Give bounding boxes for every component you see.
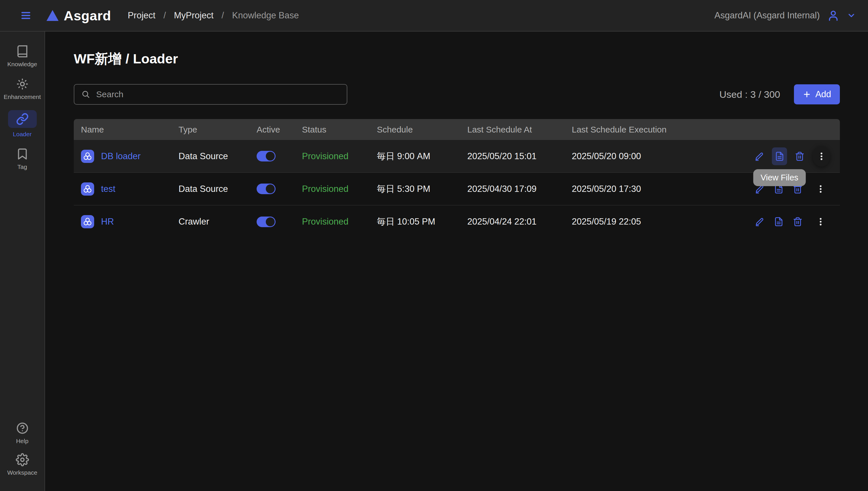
loader-type-icon	[81, 150, 94, 163]
active-toggle[interactable]	[256, 183, 276, 194]
status-badge: Provisioned	[302, 151, 377, 162]
loader-name-cell: DB loader	[81, 150, 179, 163]
loader-type: Data Source	[179, 151, 256, 162]
breadcrumb-separator: /	[222, 10, 224, 21]
last-schedule-execution: 2025/05/20 09:00	[572, 151, 754, 162]
file-icon[interactable]	[773, 215, 785, 228]
column-header-last-schedule-execution: Last Schedule Execution	[572, 125, 754, 135]
breadcrumb-item-knowledge-base: Knowledge Base	[232, 10, 299, 21]
kebab-menu-icon[interactable]	[814, 183, 827, 195]
loader-type: Data Source	[179, 184, 256, 194]
asgard-logo-icon	[46, 9, 59, 22]
row-actions: View Files	[754, 140, 840, 172]
main-content: WF新增 / Loader Used : 3 / 300 Add	[45, 32, 868, 491]
bookmark-icon	[16, 147, 29, 161]
column-header-type: Type	[179, 125, 256, 135]
sidebar-item-label: Knowledge	[7, 61, 37, 68]
sidebar-item-label: Workspace	[7, 469, 37, 476]
table-row: DB loader Data Source Provisioned 毎日 9:0…	[74, 140, 840, 173]
search-icon	[81, 90, 90, 99]
gear-icon	[16, 453, 29, 466]
sidebar-item-label: Tag	[18, 164, 27, 170]
sidebar-item-loader[interactable]: Loader	[0, 110, 45, 138]
layout: Knowledge Enhancement Loader	[0, 32, 868, 491]
sidebar: Knowledge Enhancement Loader	[0, 32, 45, 491]
view-files-tooltip: View Files	[753, 169, 806, 186]
column-header-last-schedule-at: Last Schedule At	[467, 125, 572, 135]
pencil-icon[interactable]	[754, 215, 765, 228]
book-icon	[16, 45, 29, 58]
schedule: 毎日 10:05 PM	[377, 216, 467, 228]
toggle-knob	[266, 184, 275, 193]
table-row: HR Crawler Provisioned 毎日 10:05 PM 2025/…	[74, 205, 840, 238]
column-header-active: Active	[256, 125, 302, 135]
sidebar-item-label: Enhancement	[4, 93, 41, 100]
menu-icon[interactable]	[19, 9, 33, 22]
toggle-knob	[266, 218, 275, 226]
user-icon[interactable]	[827, 9, 839, 22]
search-box[interactable]	[74, 84, 347, 105]
chevron-down-icon[interactable]	[847, 11, 856, 20]
sidebar-item-label: Loader	[13, 131, 32, 138]
sidebar-item-enhancement[interactable]: Enhancement	[0, 78, 45, 100]
plus-icon	[803, 90, 811, 99]
kebab-menu-icon[interactable]	[815, 150, 828, 163]
loader-name-cell: HR	[81, 215, 179, 228]
loader-name-link[interactable]: HR	[101, 216, 114, 227]
column-header-name: Name	[81, 125, 179, 135]
last-schedule-execution: 2025/05/20 17:30	[572, 184, 754, 194]
row-actions	[754, 205, 840, 238]
last-schedule-at: 2025/05/20 15:01	[467, 151, 572, 162]
breadcrumb-separator: /	[163, 10, 166, 21]
status-badge: Provisioned	[302, 216, 377, 227]
trash-icon[interactable]	[792, 215, 804, 228]
topbar-account-area: AsgardAI (Asgard Internal)	[714, 9, 856, 22]
sidebar-item-help[interactable]: Help	[0, 422, 45, 444]
breadcrumb: Project / MyProject / Knowledge Base	[128, 10, 299, 21]
toggle-knob	[266, 152, 275, 161]
breadcrumb-item-project[interactable]: Project	[128, 10, 155, 21]
active-toggle[interactable]	[256, 151, 276, 162]
controls-row: Used : 3 / 300 Add	[74, 84, 840, 105]
status-badge: Provisioned	[302, 184, 377, 194]
loader-name-cell: test	[81, 182, 179, 196]
loader-table: Name Type Active Status Schedule Last Sc…	[74, 119, 840, 238]
sidebar-item-workspace[interactable]: Workspace	[0, 453, 45, 476]
sidebar-item-label: Help	[16, 438, 28, 444]
topbar: Asgard Project / MyProject / Knowledge B…	[0, 0, 868, 32]
loader-type-icon	[81, 182, 94, 196]
help-icon	[16, 422, 29, 435]
file-icon[interactable]: View Files	[772, 147, 787, 165]
loader-name-link[interactable]: DB loader	[101, 151, 141, 162]
add-button-label: Add	[815, 89, 831, 99]
loader-type-icon	[81, 215, 94, 228]
app-root: Asgard Project / MyProject / Knowledge B…	[0, 0, 868, 491]
loader-type: Crawler	[179, 216, 256, 227]
column-header-schedule: Schedule	[377, 125, 467, 135]
sidebar-item-knowledge[interactable]: Knowledge	[0, 45, 45, 68]
schedule: 毎日 9:00 AM	[377, 150, 467, 162]
breadcrumb-item-myproject[interactable]: MyProject	[174, 10, 214, 21]
usage-counter: Used : 3 / 300	[719, 89, 780, 100]
schedule: 毎日 5:30 PM	[377, 183, 467, 195]
kebab-menu-icon[interactable]	[814, 215, 827, 228]
table-row: test Data Source Provisioned 毎日 5:30 PM …	[74, 173, 840, 205]
trash-icon[interactable]	[794, 150, 805, 163]
sidebar-item-tag[interactable]: Tag	[0, 147, 45, 170]
column-header-status: Status	[302, 125, 377, 135]
active-toggle[interactable]	[256, 216, 276, 227]
account-name: AsgardAI (Asgard Internal)	[714, 10, 820, 21]
pencil-icon[interactable]	[754, 150, 764, 163]
sun-icon	[16, 78, 29, 91]
link-icon	[16, 113, 29, 125]
last-schedule-at: 2025/04/30 17:09	[467, 184, 572, 194]
table-header: Name Type Active Status Schedule Last Sc…	[74, 119, 840, 140]
kebab-halo	[813, 146, 830, 167]
search-input[interactable]	[96, 89, 340, 99]
last-schedule-execution: 2025/05/19 22:05	[572, 216, 754, 227]
add-button[interactable]: Add	[794, 84, 840, 105]
loader-active-tile	[8, 110, 37, 128]
brand[interactable]: Asgard	[46, 8, 111, 24]
loader-name-link[interactable]: test	[101, 184, 115, 194]
last-schedule-at: 2025/04/24 22:01	[467, 216, 572, 227]
